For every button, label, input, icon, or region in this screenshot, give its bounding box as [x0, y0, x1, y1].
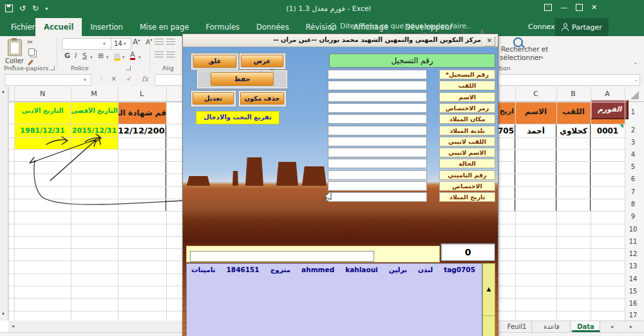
- column-header-C[interactable]: C: [533, 90, 538, 98]
- up-arrow-icon[interactable]: ▲: [483, 282, 495, 296]
- table-cell[interactable]: [591, 149, 625, 162]
- table-cell[interactable]: [118, 149, 166, 162]
- table-cell[interactable]: [118, 199, 166, 212]
- row-header-8[interactable]: 8: [625, 201, 641, 208]
- records-listbox[interactable]: tag0705لندنبرلينkahlaouiahmmedمتزوج18461…: [186, 263, 482, 336]
- row-header-14[interactable]: 14: [625, 275, 641, 282]
- table-cell[interactable]: [118, 186, 166, 199]
- table-cell[interactable]: [497, 186, 515, 199]
- field-input-4[interactable]: [328, 103, 427, 113]
- row-header-11[interactable]: 11: [625, 238, 641, 245]
- cell-D1[interactable]: اريخ: [497, 107, 514, 115]
- field-input-1[interactable]: [328, 70, 427, 79]
- row-header-17[interactable]: 17: [625, 311, 641, 319]
- table-cell[interactable]: [591, 161, 625, 174]
- clear-search-button[interactable]: تفريغ البحث والادخال: [196, 111, 279, 124]
- field-input-12[interactable]: [328, 192, 427, 202]
- table-cell[interactable]: [591, 199, 625, 212]
- cell-N2[interactable]: 1981/12/31: [14, 126, 71, 135]
- row-header-16[interactable]: 16: [625, 300, 641, 307]
- cell-C2[interactable]: أحمد: [515, 126, 556, 135]
- sheet-tab-2[interactable]: قاعدة البيانات: [533, 321, 571, 332]
- scroll-down-icon[interactable]: ▾: [2, 311, 5, 317]
- tab-nav-left-icon[interactable]: ◂: [611, 324, 613, 330]
- cell-L2[interactable]: 12/12/2002: [118, 126, 166, 135]
- table-cell[interactable]: [556, 199, 591, 212]
- row-header-6[interactable]: 6: [625, 175, 641, 183]
- column-header-L[interactable]: L: [140, 90, 144, 98]
- scroll-left-icon[interactable]: ◂: [12, 323, 14, 329]
- view-page-button[interactable]: عرض الصفحة: [241, 55, 283, 67]
- cell-L1[interactable]: قم شهادة الميلا: [118, 108, 166, 117]
- listbox-scrollbar[interactable]: ▲: [482, 263, 495, 336]
- tab-nav-right-icon[interactable]: ▸: [630, 324, 632, 330]
- row-header-7[interactable]: 7: [625, 188, 641, 195]
- form-close-button[interactable]: غلق: [193, 55, 236, 68]
- row-header-3[interactable]: 3: [625, 139, 641, 146]
- row-header-12[interactable]: 12: [625, 250, 641, 257]
- table-cell[interactable]: [556, 149, 591, 162]
- table-cell[interactable]: [556, 186, 591, 199]
- sheet-tab-1[interactable]: Feuil1: [502, 321, 532, 332]
- cell-B2[interactable]: كحلاوي: [556, 126, 591, 135]
- field-input-9[interactable]: [328, 159, 427, 168]
- userform-title-bar[interactable]: مركز التكوين المهني والتمهين الشهيد محمد…: [183, 34, 498, 47]
- row-header-9[interactable]: 9: [625, 213, 641, 220]
- table-cell[interactable]: [118, 137, 166, 150]
- table-cell[interactable]: [591, 137, 625, 150]
- select-all-corner[interactable]: [630, 91, 639, 99]
- cell-N1[interactable]: التاريخ الادني: [14, 107, 71, 114]
- row-header-4[interactable]: 4: [625, 151, 641, 158]
- edit-button[interactable]: تعديل: [193, 92, 234, 104]
- field-input-8[interactable]: [328, 148, 427, 157]
- table-cell[interactable]: [497, 137, 515, 150]
- table-cell[interactable]: [497, 173, 515, 187]
- scroll-up-icon[interactable]: ▴: [2, 88, 5, 94]
- field-input-7[interactable]: [328, 137, 427, 146]
- cell-C1[interactable]: الاسم: [515, 107, 556, 116]
- table-cell[interactable]: [515, 149, 556, 162]
- table-cell[interactable]: [497, 161, 515, 174]
- row-header-2[interactable]: 2: [625, 126, 641, 133]
- field-input-2[interactable]: [328, 81, 427, 90]
- table-cell[interactable]: [515, 173, 556, 187]
- save-button[interactable]: حفظ: [211, 72, 274, 86]
- sheet-tab-3[interactable]: Data: [572, 321, 600, 332]
- record-row[interactable]: tag0705لندنبرلينkahlaouiahmmedمتزوج18461…: [187, 264, 482, 275]
- field-input-11[interactable]: [328, 181, 427, 191]
- table-cell[interactable]: [591, 186, 625, 199]
- table-cell[interactable]: [118, 173, 166, 187]
- field-input-6[interactable]: [328, 126, 427, 135]
- field-input-10[interactable]: [328, 170, 427, 180]
- row-header-10[interactable]: 10: [625, 226, 641, 233]
- column-header-B[interactable]: B: [571, 90, 576, 98]
- table-cell[interactable]: [591, 173, 625, 187]
- userform-close-icon[interactable]: ✕: [484, 36, 495, 46]
- table-cell[interactable]: [497, 199, 515, 212]
- delete-component-button[interactable]: حذف مكون: [240, 92, 284, 104]
- search-input[interactable]: [190, 251, 374, 262]
- table-cell[interactable]: [515, 161, 556, 174]
- table-cell[interactable]: [556, 161, 591, 174]
- cell-D2[interactable]: 705: [497, 126, 514, 135]
- table-cell[interactable]: [556, 173, 591, 187]
- field-input-3[interactable]: [328, 92, 427, 102]
- horizontal-scrollbar[interactable]: ◂: [8, 321, 182, 332]
- row-header-1[interactable]: 1: [625, 108, 641, 115]
- column-header-A[interactable]: A: [605, 90, 610, 98]
- cell-B1[interactable]: اللقب: [556, 107, 591, 116]
- column-header-N[interactable]: N: [40, 90, 45, 98]
- row-header-13[interactable]: 13: [625, 262, 641, 270]
- table-cell[interactable]: [118, 161, 166, 174]
- table-cell[interactable]: [515, 199, 556, 212]
- cell-M1[interactable]: التاريخ الأقصى: [71, 107, 118, 114]
- table-cell[interactable]: [515, 137, 556, 150]
- table-cell[interactable]: [515, 186, 556, 199]
- table-cell[interactable]: [497, 149, 515, 162]
- open-form-button[interactable]: الفورم: [591, 100, 629, 119]
- row-header-5[interactable]: 5: [625, 163, 641, 170]
- cell-M2[interactable]: 2015/12/31: [71, 126, 118, 135]
- table-cell[interactable]: [556, 137, 591, 150]
- column-header-M[interactable]: M: [91, 90, 97, 98]
- field-input-5[interactable]: [328, 114, 427, 124]
